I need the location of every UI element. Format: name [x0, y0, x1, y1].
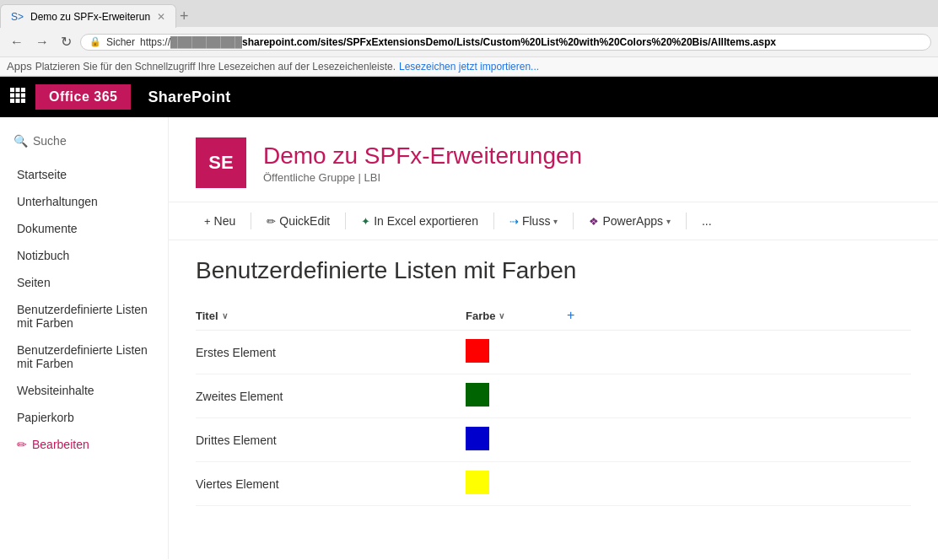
powerapps-icon: ❖ [589, 215, 599, 228]
quick-edit-label: QuickEdit [279, 214, 330, 228]
list-item[interactable]: Viertes Element [196, 462, 911, 506]
sidebar-edit-button[interactable]: ✏ Bearbeiten [0, 431, 168, 458]
sidebar-item-seiten[interactable]: Seiten [0, 269, 168, 296]
excel-icon: ✦ [361, 215, 370, 228]
toolbar-separator-3 [493, 213, 494, 229]
sidebar: 🔍 Suche Startseite Unterhaltungen Dokume… [0, 117, 169, 559]
sidebar-item-notizbuch[interactable]: Notizbuch [0, 242, 168, 269]
powerapps-dropdown-icon: ▾ [666, 217, 671, 226]
site-header: SE Demo zu SPFx-Erweiterungen Öffentlich… [169, 117, 938, 202]
row-color [466, 383, 567, 409]
apps-label: Apps [7, 60, 32, 73]
farbe-sort-icon[interactable]: ∨ [499, 311, 504, 320]
content-area: SE Demo zu SPFx-Erweiterungen Öffentlich… [169, 117, 938, 559]
search-label: Suche [33, 134, 67, 148]
color-swatch [466, 383, 489, 407]
new-tab-button[interactable]: + [180, 8, 189, 25]
toolbar: + Neu ✏ QuickEdit ✦ In Excel exportieren… [169, 202, 938, 240]
new-label: Neu [214, 214, 236, 228]
address-bar[interactable]: 🔒 Sicher https://██████████sharepoint.co… [80, 34, 931, 51]
more-label: ... [702, 214, 712, 228]
row-color [466, 339, 567, 365]
new-button[interactable]: + Neu [196, 209, 244, 233]
browser-chrome: S> Demo zu SPFx-Erweiterun ✕ + ← → ↻ 🔒 S… [0, 0, 938, 77]
search-bar[interactable]: 🔍 Suche [0, 127, 168, 154]
toolbar-separator-2 [345, 213, 346, 229]
list-item[interactable]: Drittes Element [196, 418, 911, 462]
waffle-icon[interactable] [10, 88, 25, 107]
powerapps-label: PowerApps [602, 214, 663, 228]
title-sort-icon[interactable]: ∨ [222, 311, 228, 320]
svg-rect-8 [21, 99, 25, 103]
bookmarks-import-link[interactable]: Lesezeichen jetzt importieren... [399, 61, 539, 73]
row-title: Erstes Element [196, 346, 466, 359]
svg-rect-3 [10, 93, 14, 97]
lock-icon: 🔒 [89, 36, 101, 47]
back-button[interactable]: ← [7, 33, 27, 51]
quick-edit-button[interactable]: ✏ QuickEdit [258, 209, 338, 233]
col-header-farbe: Farbe ∨ [466, 310, 567, 322]
browser-tab[interactable]: S> Demo zu SPFx-Erweiterun ✕ [0, 4, 176, 28]
color-swatch [466, 339, 489, 363]
color-swatch [466, 471, 489, 494]
add-column-button[interactable]: + [567, 308, 574, 323]
app-header: Office 365 SharePoint [0, 77, 938, 117]
app-name-bold: Point [191, 89, 231, 105]
toolbar-separator-1 [251, 213, 251, 229]
list-header: Titel ∨ Farbe ∨ + [196, 301, 911, 331]
row-title: Zweites Element [196, 390, 466, 403]
toolbar-separator-4 [573, 213, 574, 229]
nav-bar: ← → ↻ 🔒 Sicher https://██████████sharepo… [0, 27, 938, 57]
svg-rect-2 [21, 88, 25, 92]
sidebar-item-custom-list-1[interactable]: Benutzerdefinierte Listen mit Farben [0, 296, 168, 337]
forward-button[interactable]: → [32, 33, 52, 51]
sidebar-item-websiteinhalte[interactable]: Websiteinhalte [0, 377, 168, 404]
search-icon: 🔍 [13, 134, 28, 148]
bookmarks-bar: Apps Platzieren Sie für den Schnellzugri… [0, 57, 938, 76]
list-area: Benutzerdefinierte Listen mit Farben Tit… [169, 240, 938, 523]
list-item[interactable]: Zweites Element [196, 374, 911, 418]
app-name-regular: Share [148, 89, 191, 105]
sidebar-item-dokumente[interactable]: Dokumente [0, 215, 168, 242]
svg-rect-7 [16, 99, 20, 103]
tab-close-button[interactable]: ✕ [157, 11, 165, 23]
svg-rect-6 [10, 99, 14, 103]
app-name: SharePoint [131, 89, 247, 106]
list-title: Benutzerdefinierte Listen mit Farben [196, 257, 911, 284]
site-title: Demo zu SPFx-Erweiterungen [263, 143, 582, 170]
bookmarks-text: Platzieren Sie für den Schnellzugriff Ih… [35, 61, 396, 73]
svg-rect-0 [10, 88, 14, 92]
svg-rect-1 [16, 88, 20, 92]
sidebar-item-unterhaltungen[interactable]: Unterhaltungen [0, 188, 168, 215]
tab-title: Demo zu SPFx-Erweiterun [30, 11, 150, 23]
edit-label: Bearbeiten [32, 438, 89, 451]
site-subtitle: Öffentliche Gruppe | LBI [263, 171, 582, 184]
powerapps-button[interactable]: ❖ PowerApps ▾ [580, 209, 679, 233]
flow-dropdown-icon: ▾ [553, 217, 558, 226]
list-item[interactable]: Erstes Element [196, 331, 911, 374]
flow-label: Fluss [522, 214, 550, 228]
sidebar-item-startseite[interactable]: Startseite [0, 161, 168, 188]
excel-export-button[interactable]: ✦ In Excel exportieren [353, 209, 487, 233]
site-logo-initials: SE [208, 152, 233, 174]
excel-label: In Excel exportieren [374, 214, 478, 228]
tab-bar: S> Demo zu SPFx-Erweiterun ✕ + [0, 0, 938, 27]
main-layout: 🔍 Suche Startseite Unterhaltungen Dokume… [0, 117, 938, 559]
site-info: Demo zu SPFx-Erweiterungen Öffentliche G… [263, 143, 582, 184]
row-color [466, 471, 567, 497]
office365-brand[interactable]: Office 365 [35, 84, 131, 110]
url-full: https://██████████sharepoint.com/sites/S… [140, 36, 776, 48]
list-rows: Erstes Element Zweites Element Drittes E… [196, 331, 911, 506]
row-title: Drittes Element [196, 433, 466, 447]
svg-rect-4 [16, 93, 20, 97]
flow-button[interactable]: ⇢ Fluss ▾ [501, 209, 566, 233]
flow-icon: ⇢ [509, 215, 519, 228]
url-secure: Sicher [106, 36, 135, 48]
more-button[interactable]: ... [693, 209, 720, 233]
col-header-title: Titel ∨ [196, 310, 466, 322]
color-swatch [466, 427, 489, 450]
sidebar-item-papierkorb[interactable]: Papierkorb [0, 404, 168, 431]
row-color [466, 427, 567, 453]
reload-button[interactable]: ↻ [57, 32, 75, 51]
sidebar-item-custom-list-2[interactable]: Benutzerdefinierte Listen mit Farben [0, 337, 168, 377]
